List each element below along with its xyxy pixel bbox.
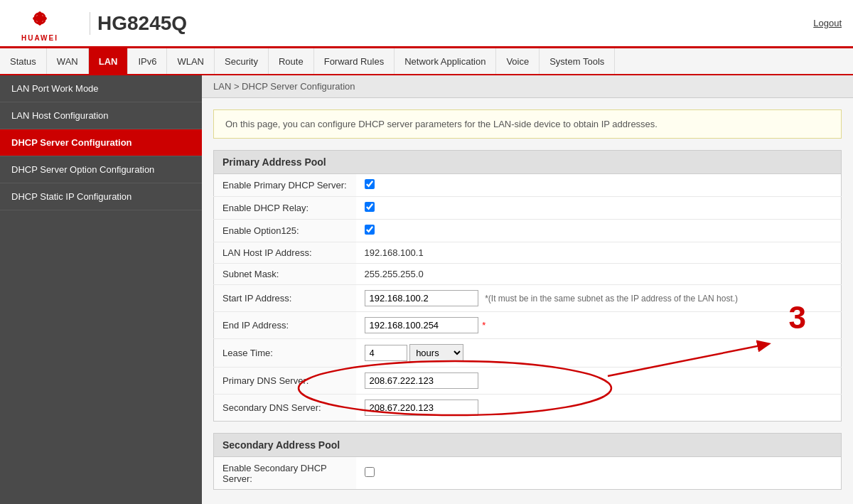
breadcrumb: LAN > DHCP Server Configuration bbox=[202, 75, 853, 98]
nav-security[interactable]: Security bbox=[215, 48, 269, 74]
table-row: Enable DHCP Relay: bbox=[214, 197, 842, 220]
field-label: Lease Time: bbox=[214, 339, 356, 368]
table-row: Lease Time: hours minutes bbox=[214, 339, 842, 368]
enable-secondary-dhcp-checkbox[interactable] bbox=[365, 467, 375, 477]
info-box: On this page, you can configure DHCP ser… bbox=[213, 109, 842, 139]
nav-lan[interactable]: LAN bbox=[89, 48, 129, 74]
content-area: LAN > DHCP Server Configuration On this … bbox=[202, 75, 853, 504]
sidebar-item-lan-port-work-mode[interactable]: LAN Port Work Mode bbox=[0, 75, 202, 102]
end-ip-asterisk: * bbox=[482, 320, 485, 331]
logout-button[interactable]: Logout bbox=[813, 18, 842, 28]
field-value bbox=[356, 220, 842, 242]
table-row: Start IP Address: 192.168.100.2 *(It mus… bbox=[214, 285, 842, 312]
sidebar-item-dhcp-server-config[interactable]: DHCP Server Configuration bbox=[0, 129, 202, 156]
field-label: Enable Secondary DHCPServer: bbox=[214, 457, 356, 490]
device-name: HG8245Q bbox=[90, 12, 813, 35]
nav-route[interactable]: Route bbox=[269, 48, 314, 74]
nav-ipv6[interactable]: IPv6 bbox=[128, 48, 167, 74]
primary-dns-input[interactable] bbox=[365, 372, 478, 389]
enable-option125-checkbox[interactable] bbox=[365, 225, 375, 235]
nav-system-tools[interactable]: System Tools bbox=[540, 48, 615, 74]
table-row: Enable Secondary DHCPServer: bbox=[214, 457, 842, 490]
button-row: Apply Cancel bbox=[213, 501, 842, 504]
sidebar-item-dhcp-static-ip-config[interactable]: DHCP Static IP Configuration bbox=[0, 183, 202, 210]
sidebar-item-dhcp-server-option-config[interactable]: DHCP Server Option Configuration bbox=[0, 156, 202, 183]
field-label: Enable DHCP Relay: bbox=[214, 197, 356, 220]
field-value: hours minutes bbox=[356, 339, 842, 368]
field-label: LAN Host IP Address: bbox=[214, 242, 356, 264]
secondary-dns-input[interactable] bbox=[365, 400, 478, 416]
start-ip-input[interactable]: 192.168.100.2 bbox=[365, 290, 478, 306]
main-layout: LAN Port Work Mode LAN Host Configuratio… bbox=[0, 75, 853, 504]
primary-dns-row: Primary DNS Server: bbox=[214, 368, 842, 395]
enable-dhcp-relay-checkbox[interactable] bbox=[365, 202, 375, 212]
enable-primary-dhcp-checkbox[interactable] bbox=[365, 179, 375, 189]
svg-point-4 bbox=[38, 16, 42, 21]
table-row: Subnet Mask: 255.255.255.0 bbox=[214, 264, 842, 285]
huawei-logo-icon bbox=[18, 4, 61, 33]
field-value bbox=[356, 368, 842, 395]
lease-time-unit-select[interactable]: hours minutes bbox=[409, 344, 463, 362]
start-ip-hint: *(It must be in the same subnet as the I… bbox=[485, 294, 738, 304]
field-value bbox=[356, 197, 842, 220]
table-row: LAN Host IP Address: 192.168.100.1 bbox=[214, 242, 842, 264]
nav-voice[interactable]: Voice bbox=[496, 48, 540, 74]
nav-wlan[interactable]: WLAN bbox=[167, 48, 215, 74]
subnet-mask-value: 255.255.255.0 bbox=[365, 269, 424, 279]
secondary-dns-row: Secondary DNS Server: bbox=[214, 395, 842, 422]
field-label: Enable Option125: bbox=[214, 220, 356, 242]
field-value bbox=[356, 457, 842, 490]
primary-pool-table: Enable Primary DHCP Server: Enable DHCP … bbox=[213, 173, 842, 422]
primary-pool-section: Primary Address Pool Enable Primary DHCP… bbox=[213, 150, 842, 422]
table-row: Enable Primary DHCP Server: bbox=[214, 174, 842, 197]
secondary-pool-section: Secondary Address Pool Enable Secondary … bbox=[213, 433, 842, 490]
page-header: HUAWEI HG8245Q Logout bbox=[0, 0, 853, 48]
field-label: Start IP Address: bbox=[214, 285, 356, 312]
nav-status[interactable]: Status bbox=[0, 48, 47, 74]
sidebar-item-lan-host-config[interactable]: LAN Host Configuration bbox=[0, 102, 202, 129]
secondary-pool-title: Secondary Address Pool bbox=[213, 433, 842, 456]
nav-network-application[interactable]: Network Application bbox=[395, 48, 496, 74]
logo-area: HUAWEI bbox=[11, 4, 68, 42]
field-value: 255.255.255.0 bbox=[356, 264, 842, 285]
nav-forward-rules[interactable]: Forward Rules bbox=[314, 48, 395, 74]
field-label: Subnet Mask: bbox=[214, 264, 356, 285]
field-value bbox=[356, 174, 842, 197]
field-label: Secondary DNS Server: bbox=[214, 395, 356, 422]
lease-time-input[interactable] bbox=[365, 345, 407, 361]
field-value: * bbox=[356, 312, 842, 339]
secondary-pool-table: Enable Secondary DHCPServer: bbox=[213, 456, 842, 490]
table-row: End IP Address: * bbox=[214, 312, 842, 339]
content-inner: On this page, you can configure DHCP ser… bbox=[202, 98, 853, 504]
nav-wan[interactable]: WAN bbox=[47, 48, 89, 74]
sidebar: LAN Port Work Mode LAN Host Configuratio… bbox=[0, 75, 202, 504]
table-row: Enable Option125: bbox=[214, 220, 842, 242]
field-label: End IP Address: bbox=[214, 312, 356, 339]
end-ip-input[interactable] bbox=[365, 317, 478, 333]
primary-pool-title: Primary Address Pool bbox=[213, 150, 842, 173]
navbar: Status WAN LAN IPv6 WLAN Security Route … bbox=[0, 48, 853, 75]
field-label: Primary DNS Server: bbox=[214, 368, 356, 395]
field-value: 192.168.100.2 *(It must be in the same s… bbox=[356, 285, 842, 312]
lan-host-ip-value: 192.168.100.1 bbox=[365, 247, 424, 258]
field-value: 192.168.100.1 bbox=[356, 242, 842, 264]
field-value bbox=[356, 395, 842, 422]
logo-text: HUAWEI bbox=[21, 34, 58, 42]
field-label: Enable Primary DHCP Server: bbox=[214, 174, 356, 197]
